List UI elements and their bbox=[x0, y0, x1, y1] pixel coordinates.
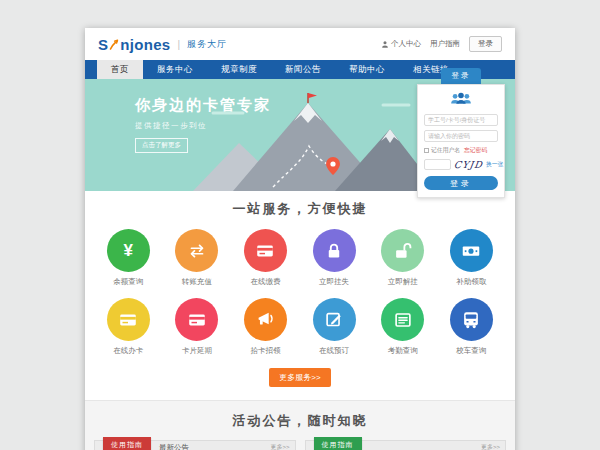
card-icon bbox=[186, 309, 208, 331]
announcements-section: 活动公告，随时知晓 使用指南 最新公告 更多>> 使用指南 更多>> bbox=[85, 400, 515, 450]
service-attendance-inquiry[interactable]: 考勤查询 bbox=[368, 298, 437, 356]
personal-center-link[interactable]: 个人中心 bbox=[381, 39, 421, 49]
captcha-refresh-link[interactable]: 换一张 bbox=[486, 160, 503, 169]
nav-item-news[interactable]: 新闻公告 bbox=[271, 60, 335, 79]
nav-item-help[interactable]: 帮助中心 bbox=[335, 60, 399, 79]
edit-icon bbox=[323, 309, 345, 331]
service-online-card-apply[interactable]: 在线办卡 bbox=[94, 298, 163, 356]
password-input[interactable] bbox=[424, 130, 498, 142]
logo-divider: | bbox=[177, 39, 180, 50]
latest-announcements-tab[interactable]: 最新公告 bbox=[159, 443, 189, 450]
user-guide-link[interactable]: 用户指南 bbox=[430, 39, 460, 49]
service-card-extension[interactable]: 卡片延期 bbox=[163, 298, 232, 356]
announcement-panel-right: 使用指南 更多>> bbox=[305, 440, 507, 450]
login-panel: 登录 记住用户名 bbox=[417, 68, 505, 198]
nav-item-rules[interactable]: 规章制度 bbox=[207, 60, 271, 79]
forgot-password-link[interactable]: 忘记密码 bbox=[464, 146, 487, 155]
header-links: 个人中心 用户指南 登录 bbox=[381, 36, 502, 52]
login-submit-button[interactable]: 登录 bbox=[424, 176, 498, 190]
service-transfer-recharge[interactable]: 转账充值 bbox=[163, 229, 232, 287]
hero-banner: 你身边的卡管专家 提供捷径一步到位 点击了解更多 登录 bbox=[85, 79, 515, 191]
nav-item-home[interactable]: 首页 bbox=[97, 60, 143, 79]
site: S njones | 服务大厅 个人中心 用户指南 登录 首页 服务中心 规章制… bbox=[85, 28, 515, 450]
more-link[interactable]: 更多>> bbox=[270, 443, 289, 450]
service-cancel-loss[interactable]: 立即解挂 bbox=[368, 229, 437, 287]
nav-item-service-center[interactable]: 服务中心 bbox=[143, 60, 207, 79]
more-link[interactable]: 更多>> bbox=[481, 443, 500, 450]
more-services-button[interactable]: 更多服务>> bbox=[269, 368, 330, 387]
service-online-booking[interactable]: 在线预订 bbox=[300, 298, 369, 356]
services-title: 一站服务，方便快捷 bbox=[85, 200, 515, 218]
person-icon bbox=[381, 40, 389, 49]
service-school-bus-inquiry[interactable]: 校车查询 bbox=[437, 298, 506, 356]
yuan-icon: ¥ bbox=[124, 242, 133, 259]
usage-guide-tab[interactable]: 使用指南 bbox=[103, 437, 151, 450]
credit-card-icon bbox=[254, 240, 276, 262]
announcement-panel-left: 使用指南 最新公告 更多>> bbox=[94, 440, 296, 450]
attendance-icon bbox=[392, 309, 414, 331]
header-login-button[interactable]: 登录 bbox=[469, 36, 502, 52]
service-balance-inquiry[interactable]: ¥ 余额查询 bbox=[94, 229, 163, 287]
usage-guide-tab[interactable]: 使用指南 bbox=[314, 437, 362, 450]
login-tab[interactable]: 登录 bbox=[441, 68, 481, 84]
unlock-icon bbox=[392, 240, 414, 262]
header: S njones | 服务大厅 个人中心 用户指南 登录 bbox=[85, 28, 515, 60]
lock-icon bbox=[323, 240, 345, 262]
banknote-icon bbox=[460, 240, 482, 262]
captcha-input[interactable] bbox=[424, 159, 451, 170]
logo-text-suffix: njones bbox=[120, 37, 170, 52]
captcha-image: CYJD bbox=[453, 159, 484, 170]
service-subsidy-collection[interactable]: 补助领取 bbox=[437, 229, 506, 287]
remember-label: 记住用户名 bbox=[431, 146, 460, 155]
services-section: 一站服务，方便快捷 ¥ 余额查询 转账充值 bbox=[85, 191, 515, 387]
mountain-illustration bbox=[193, 91, 438, 191]
card-icon bbox=[117, 309, 139, 331]
logo-bolt-icon bbox=[109, 39, 119, 50]
announcements-title: 活动公告，随时知晓 bbox=[85, 412, 515, 430]
logo: S njones | 服务大厅 bbox=[98, 37, 227, 52]
service-online-payment[interactable]: 在线缴费 bbox=[231, 229, 300, 287]
megaphone-icon bbox=[254, 309, 276, 331]
logo-text-prefix: S bbox=[98, 37, 108, 52]
site-title: 服务大厅 bbox=[187, 38, 227, 51]
transfer-icon bbox=[186, 240, 208, 262]
hero-cta-button[interactable]: 点击了解更多 bbox=[135, 138, 188, 153]
service-found-card-claim[interactable]: 拾卡招领 bbox=[231, 298, 300, 356]
username-input[interactable] bbox=[424, 114, 498, 126]
service-grid: ¥ 余额查询 转账充值 在线缴费 bbox=[94, 229, 506, 367]
service-report-loss[interactable]: 立即挂失 bbox=[300, 229, 369, 287]
remember-checkbox[interactable] bbox=[424, 148, 429, 153]
bus-icon bbox=[460, 309, 482, 331]
users-group-icon bbox=[424, 91, 498, 110]
